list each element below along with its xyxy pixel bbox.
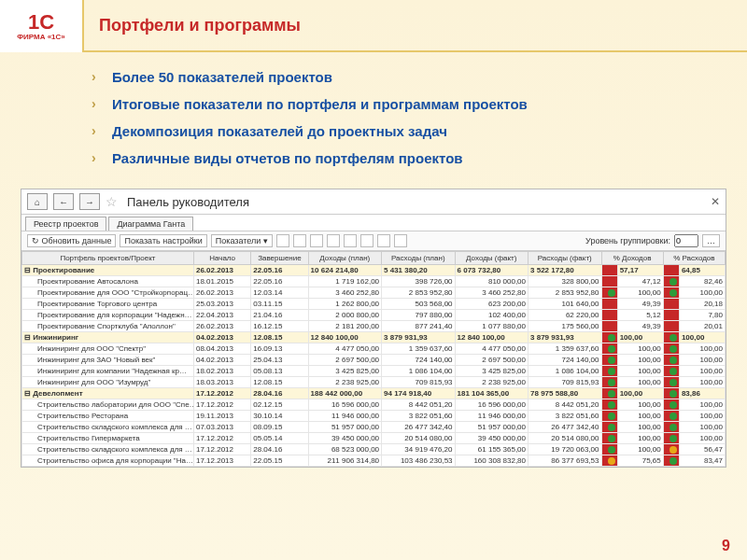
cell-name: Строительство складского комплекса для … bbox=[22, 422, 194, 433]
cell-name: Строительство лаборатории для ООО "Спе… bbox=[22, 399, 194, 411]
cell-name: Строительство Гипермаркета bbox=[22, 433, 194, 444]
forward-button[interactable]: → bbox=[79, 193, 100, 210]
toolbar-icon[interactable] bbox=[293, 234, 306, 247]
cell-df: 61 155 365,00 bbox=[455, 444, 528, 455]
cell-status-icon bbox=[663, 422, 679, 433]
cell-end: 08.09.15 bbox=[251, 422, 308, 433]
table-row[interactable]: Проектирование для ООО "Стройкорпорац…26… bbox=[22, 287, 726, 299]
cell-end: 22.05.16 bbox=[251, 276, 308, 287]
cell-pd: 100,00 bbox=[617, 433, 663, 444]
cell-end: 02.12.15 bbox=[251, 399, 308, 411]
cell-dp: 51 957 000,00 bbox=[308, 422, 381, 433]
tab-gantt[interactable]: Диаграмма Ганта bbox=[108, 217, 193, 231]
toolbar-icon[interactable] bbox=[327, 234, 340, 247]
cell-start: 04.02.2013 bbox=[193, 355, 250, 366]
col-expense-plan[interactable]: Расходы (план) bbox=[382, 252, 455, 265]
tab-registry[interactable]: Реестр проектов bbox=[25, 217, 106, 231]
table-row[interactable]: ⊟ Девелопмент17.12.201228.04.16188 442 0… bbox=[22, 388, 726, 399]
cell-end: 16.12.15 bbox=[251, 321, 308, 332]
cell-df: 12 840 100,00 bbox=[455, 332, 528, 343]
col-start[interactable]: Начало bbox=[193, 252, 250, 265]
cell-df: 810 000,00 bbox=[455, 276, 528, 287]
bullet-item: Различные виды отчетов по портфелям прое… bbox=[112, 150, 691, 166]
col-end[interactable]: Завершение bbox=[251, 252, 308, 265]
cell-pr: 82,46 bbox=[679, 276, 725, 287]
bullet-item: Итоговые показатели по портфеля и програ… bbox=[112, 96, 691, 112]
cell-pd: 100,00 bbox=[617, 332, 663, 343]
toolbar-icon[interactable] bbox=[344, 234, 357, 247]
cell-pd: 100,00 bbox=[617, 388, 663, 399]
cell-status-icon bbox=[663, 366, 679, 377]
cell-rp: 103 486 230,53 bbox=[382, 455, 455, 467]
cell-dp: 211 906 314,80 bbox=[308, 455, 381, 467]
table-row[interactable]: ⊟ Инжиниринг04.02.201312.08.1512 840 100… bbox=[22, 332, 726, 343]
cell-pd: 100,00 bbox=[617, 366, 663, 377]
back-button[interactable]: ← bbox=[53, 193, 74, 210]
cell-rf: 3 822 051,60 bbox=[529, 411, 601, 422]
cell-name: Проектирование Спортклуба "Аполлон" bbox=[22, 321, 194, 332]
table-row[interactable]: Строительство лаборатории для ООО "Спе…1… bbox=[22, 399, 726, 411]
close-icon[interactable]: ✕ bbox=[711, 195, 720, 208]
table-row[interactable]: ⊟ Проектирование26.02.201322.05.1610 624… bbox=[22, 265, 726, 276]
cell-rf: 1 359 637,60 bbox=[529, 343, 601, 355]
cell-df: 11 946 000,00 bbox=[455, 411, 528, 422]
indicators-button[interactable]: Показатели ▾ bbox=[211, 234, 273, 247]
cell-pd: 75,65 bbox=[617, 455, 663, 467]
grouping-level-input[interactable] bbox=[674, 234, 698, 247]
col-income-fact[interactable]: Доходы (факт) bbox=[455, 252, 528, 265]
refresh-button[interactable]: ↻ Обновить данные bbox=[27, 234, 116, 247]
col-pct-income[interactable]: % Доходов bbox=[601, 252, 663, 265]
home-button[interactable]: ⌂ bbox=[27, 193, 48, 210]
cell-df: 2 697 500,00 bbox=[455, 355, 528, 366]
cell-start: 17.12.2012 bbox=[193, 433, 250, 444]
cell-pd: 100,00 bbox=[617, 411, 663, 422]
cell-name: ⊟ Проектирование bbox=[22, 265, 194, 276]
more-button[interactable]: … bbox=[702, 234, 720, 247]
table-row[interactable]: Проектирование Торгового центра25.03.201… bbox=[22, 299, 726, 310]
table-row[interactable]: Инжиниринг для ООО "Спектр"08.04.201316.… bbox=[22, 343, 726, 355]
favorite-icon[interactable]: ☆ bbox=[106, 194, 118, 209]
cell-end: 25.04.13 bbox=[251, 355, 308, 366]
cell-name: Проектирование для корпорации "Надежн… bbox=[22, 310, 194, 321]
cell-dp: 2 238 925,00 bbox=[308, 377, 381, 388]
cell-name: Строительство складского комплекса для … bbox=[22, 444, 194, 455]
table-row[interactable]: Строительство офиса для корпорации "На…1… bbox=[22, 455, 726, 467]
toolbar-icon[interactable] bbox=[394, 234, 407, 247]
toolbar-icon[interactable] bbox=[360, 234, 374, 247]
table-row[interactable]: Инжиниринг для ООО "Изумруд"18.03.201312… bbox=[22, 377, 726, 388]
table-row[interactable]: Инжиниринг для компании "Надежная кр…18.… bbox=[22, 366, 726, 377]
cell-status-icon bbox=[601, 388, 617, 399]
table-row[interactable]: Строительство складского комплекса для …… bbox=[22, 422, 726, 433]
cell-dp: 1 262 800,00 bbox=[308, 299, 381, 310]
toolbar-icon[interactable] bbox=[310, 234, 323, 247]
cell-dp: 2 000 800,00 bbox=[308, 310, 381, 321]
col-income-plan[interactable]: Доходы (план) bbox=[308, 252, 381, 265]
cell-rp: 503 568,00 bbox=[382, 299, 455, 310]
table-row[interactable]: Строительство Ресторана19.11.201330.10.1… bbox=[22, 411, 726, 422]
table-row[interactable]: Инжиниринг для ЗАО "Новый век"04.02.2013… bbox=[22, 355, 726, 366]
cell-rp: 797 880,00 bbox=[382, 310, 455, 321]
col-project[interactable]: Портфель проектов/Проект bbox=[22, 252, 194, 265]
col-pct-expense[interactable]: % Расходов bbox=[663, 252, 725, 265]
cell-status-icon bbox=[601, 399, 617, 411]
show-settings-button[interactable]: Показать настройки bbox=[120, 234, 206, 247]
table-row[interactable]: Строительство Гипермаркета17.12.201205.0… bbox=[22, 433, 726, 444]
table-row[interactable]: Строительство складского комплекса для …… bbox=[22, 444, 726, 455]
table-row[interactable]: Проектирование для корпорации "Надежн…22… bbox=[22, 310, 726, 321]
cell-end: 21.04.16 bbox=[251, 310, 308, 321]
cell-rf: 26 477 342,40 bbox=[529, 422, 601, 433]
toolbar-icon[interactable] bbox=[276, 234, 289, 247]
cell-pd: 57,17 bbox=[617, 265, 663, 276]
cell-pd: 100,00 bbox=[617, 287, 663, 299]
logo-1c: 1С ФИРМА «1С» bbox=[0, 0, 84, 52]
bullet-item: Более 50 показателей проектов bbox=[112, 69, 691, 85]
cell-rp: 8 442 051,20 bbox=[382, 399, 455, 411]
cell-rf: 20 514 080,00 bbox=[529, 433, 601, 444]
table-row[interactable]: Проектирование Спортклуба "Аполлон"26.02… bbox=[22, 321, 726, 332]
cell-status-icon bbox=[601, 321, 617, 332]
table-row[interactable]: Проектирование Автосалона18.01.201522.05… bbox=[22, 276, 726, 287]
projects-table: Портфель проектов/Проект Начало Завершен… bbox=[21, 251, 726, 467]
cell-df: 3 425 825,00 bbox=[455, 366, 528, 377]
col-expense-fact[interactable]: Расходы (факт) bbox=[529, 252, 601, 265]
toolbar-icon[interactable] bbox=[377, 234, 390, 247]
